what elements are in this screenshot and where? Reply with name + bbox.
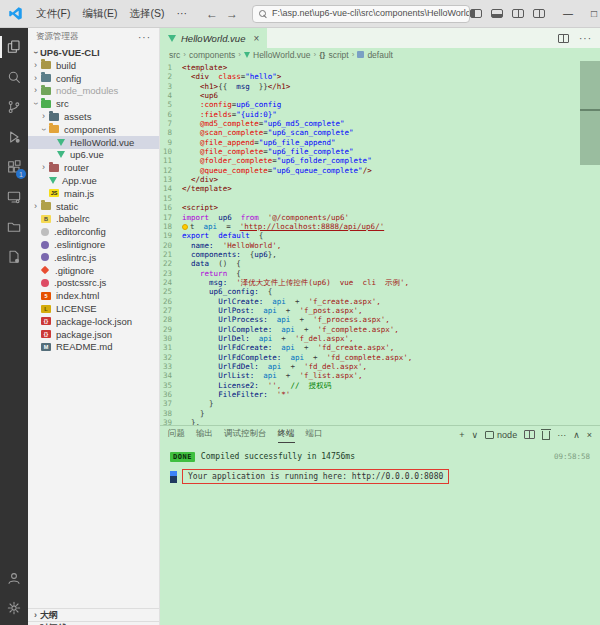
settings-gear-icon[interactable] (0, 593, 28, 623)
tree-item--babelrc[interactable]: .babelrc (28, 213, 159, 226)
tab-helloworld-vue[interactable]: HelloWorld.vue × (160, 28, 267, 48)
tree-item-src[interactable]: ›src (28, 97, 159, 110)
tree-item-components[interactable]: ›components (28, 123, 159, 136)
code-line[interactable]: 1<template> (160, 63, 600, 72)
code-line[interactable]: 15 (160, 194, 600, 203)
tree-item-build[interactable]: ›build (28, 59, 159, 72)
code-line[interactable]: 13 </div> (160, 175, 600, 184)
code-line[interactable]: 37 } (160, 399, 600, 408)
code-line[interactable]: 18t api = 'http://localhost:8888/api/up6… (160, 222, 600, 231)
tree-item-router[interactable]: ›router (28, 161, 159, 174)
code-line[interactable]: 28 UrlProcess: api + 'f_process.aspx', (160, 315, 600, 324)
tree-item-package-lock-json[interactable]: package-lock.json (28, 315, 159, 328)
minimize-button[interactable]: — (555, 0, 581, 27)
tree-item--postcssrc-js[interactable]: .postcssrc.js (28, 277, 159, 290)
terminal-output[interactable]: DONE Compiled successfully in 14756ms 09… (160, 443, 600, 625)
panel-more-actions-icon[interactable]: ··· (557, 430, 566, 440)
project-root-folder[interactable]: › UP6-VUE-CLI (28, 46, 159, 59)
split-terminal-icon[interactable] (524, 430, 535, 439)
tree-item-readme-md[interactable]: README.md (28, 341, 159, 354)
tree-item-main-js[interactable]: main.js (28, 187, 159, 200)
code-line[interactable]: 23 return { (160, 269, 600, 278)
panel-tab-问题[interactable]: 问题 (168, 426, 185, 443)
terminal-dropdown-icon[interactable]: ∨ (472, 430, 479, 440)
code-line[interactable]: 30 UrlDel: api + 'f_del.aspx', (160, 334, 600, 343)
code-line[interactable]: 19export default { (160, 231, 600, 240)
menu-item[interactable]: 编辑(E) (77, 5, 122, 23)
remote-explorer-icon[interactable] (0, 182, 28, 212)
source-control-icon[interactable] (0, 92, 28, 122)
maximize-button[interactable]: □ (581, 0, 600, 27)
editor-more-actions-icon[interactable]: ··· (579, 33, 592, 44)
kill-terminal-icon[interactable] (542, 431, 550, 440)
code-line[interactable]: 8 @scan_complete="up6_scan_complete" (160, 128, 600, 137)
tree-item-up6-vue[interactable]: up6.vue (28, 149, 159, 162)
extensions-icon[interactable]: 1 (0, 152, 28, 182)
code-line[interactable]: 27 UrlPost: api + 'f_post.aspx', (160, 306, 600, 315)
panel-tab-调试控制台[interactable]: 调试控制台 (224, 426, 267, 443)
nav-back-icon[interactable]: ← (206, 7, 218, 21)
breadcrumb-item[interactable]: script (328, 50, 348, 60)
project-folder-icon[interactable] (0, 212, 28, 242)
tree-item-config[interactable]: ›config (28, 72, 159, 85)
sidebar-section-大纲[interactable]: ›大纲 (28, 608, 159, 621)
code-line[interactable]: 16<script> (160, 203, 600, 212)
code-line[interactable]: 39 }, (160, 418, 600, 425)
tree-item--editorconfig[interactable]: .editorconfig (28, 225, 159, 238)
tree-item--gitignore[interactable]: .gitignore (28, 264, 159, 277)
maximize-panel-icon[interactable]: ∧ (573, 430, 580, 440)
code-line[interactable]: 12 @queue_complete="up6_queue_complete"/… (160, 166, 600, 175)
code-line[interactable]: 26 UrlCreate: api + 'f_create.aspx', (160, 297, 600, 306)
run-debug-icon[interactable] (0, 122, 28, 152)
code-line[interactable]: 35 License2: '', // 授权码 (160, 381, 600, 390)
code-line[interactable]: 10 @file_complete="up6_file_complete" (160, 147, 600, 156)
code-line[interactable]: 33 UrlFdDel: api + 'fd_del.aspx', (160, 362, 600, 371)
breadcrumb-item[interactable]: src (169, 50, 180, 60)
tree-item--eslintrc-js[interactable]: .eslintrc.js (28, 251, 159, 264)
nav-forward-icon[interactable]: → (226, 7, 238, 21)
terminal-profile[interactable]: node (485, 430, 517, 440)
panel-tab-终端[interactable]: 终端 (278, 426, 295, 443)
sidebar-section-时间线[interactable]: ›时间线 (28, 621, 159, 625)
code-line[interactable]: 9 @file_append="up6_file_append" (160, 138, 600, 147)
code-line[interactable]: 36 FileFilter: '*' (160, 390, 600, 399)
account-icon[interactable] (0, 563, 28, 593)
split-editor-icon[interactable] (558, 34, 569, 43)
command-center-search[interactable]: F:\asp.net\up6-vue-cli\src\components\He… (252, 5, 470, 23)
toggle-secondary-sidebar-icon[interactable] (512, 9, 524, 18)
code-line[interactable]: 3 <h1>{{ msg }}</h1> (160, 82, 600, 91)
tree-item--eslintignore[interactable]: .eslintignore (28, 238, 159, 251)
tree-item-helloworld-vue[interactable]: HelloWorld.vue (28, 136, 159, 149)
panel-tab-输出[interactable]: 输出 (196, 426, 213, 443)
code-line[interactable]: 21 components: {up6}, (160, 250, 600, 259)
code-line[interactable]: 32 UrlFdComplete: api + 'fd_complete.asp… (160, 353, 600, 362)
menu-item[interactable]: 文件(F) (31, 5, 75, 23)
menu-item[interactable]: ··· (171, 5, 192, 23)
code-line[interactable]: 22 data () { (160, 259, 600, 268)
tree-item-app-vue[interactable]: App.vue (28, 174, 159, 187)
tree-item-package-json[interactable]: package.json (28, 328, 159, 341)
code-line[interactable]: 31 UrlFdCreate: api + 'fd_create.aspx', (160, 343, 600, 352)
code-line[interactable]: 14</template> (160, 184, 600, 193)
explorer-more-actions-icon[interactable]: ··· (138, 32, 151, 43)
tab-close-icon[interactable]: × (253, 33, 259, 44)
code-line[interactable]: 6 :fields="{uid:0}" (160, 110, 600, 119)
search-icon[interactable] (0, 62, 28, 92)
panel-tab-端口[interactable]: 端口 (306, 426, 323, 443)
tree-item-assets[interactable]: ›assets (28, 110, 159, 123)
code-line[interactable]: 34 UrlList: api + 'f_list.aspx', (160, 371, 600, 380)
code-line[interactable]: 29 UrlComplete: api + 'f_complete.aspx', (160, 325, 600, 334)
close-panel-icon[interactable]: × (587, 430, 592, 440)
code-line[interactable]: 25 up6_config: { (160, 287, 600, 296)
tree-item-license[interactable]: LICENSE (28, 302, 159, 315)
lightbulb-icon[interactable] (182, 224, 188, 230)
code-line[interactable]: 7 @md5_complete="up6_md5_complete" (160, 119, 600, 128)
new-terminal-icon[interactable]: + (459, 430, 464, 440)
customize-layout-icon[interactable] (533, 9, 545, 18)
tree-item-index-html[interactable]: index.html (28, 289, 159, 302)
resource-file-icon[interactable] (0, 242, 28, 272)
code-line[interactable]: 2 <div class="hello"> (160, 72, 600, 81)
breadcrumb-item[interactable]: components (189, 50, 235, 60)
code-line[interactable]: 24 msg: '泽优大文件上传控件(up6) vue cli 示例', (160, 278, 600, 287)
menu-item[interactable]: 选择(S) (124, 5, 169, 23)
